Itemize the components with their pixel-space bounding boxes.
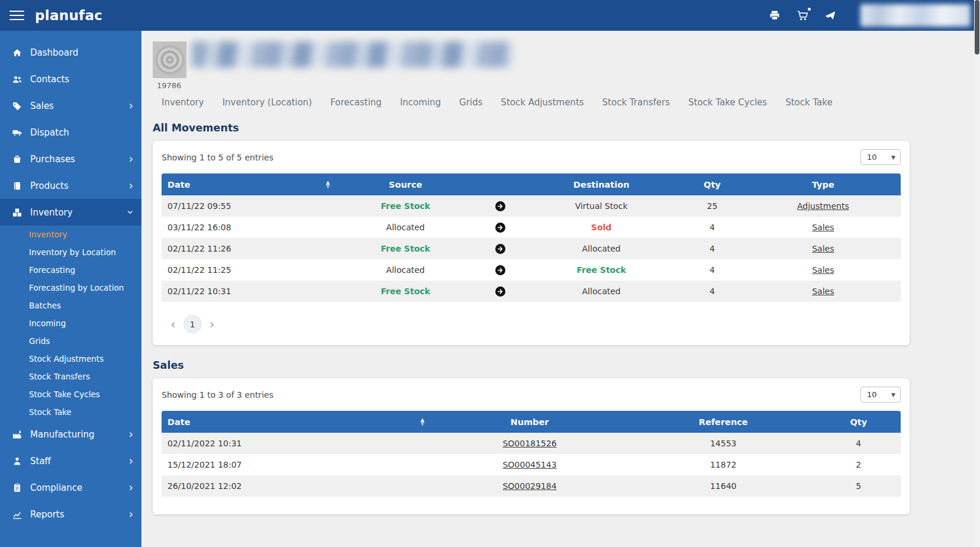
cart-icon[interactable] xyxy=(797,9,808,21)
tab-stock-take-cycles[interactable]: Stock Take Cycles xyxy=(688,97,767,108)
chevron-right-icon: › xyxy=(128,482,133,493)
caret-down-icon: ▼ xyxy=(891,155,895,160)
submenu-item-stock-take-cycles[interactable]: Stock Take Cycles xyxy=(0,385,141,403)
column-header-date[interactable]: Date ▲▼ xyxy=(162,411,429,433)
sidebar-item-label: Reports xyxy=(30,509,65,520)
chevron-right-icon: › xyxy=(128,153,133,165)
main-content: 19786 Inventory Inventory (Location) For… xyxy=(141,31,980,547)
tab-inventory-location[interactable]: Inventory (Location) xyxy=(223,97,312,108)
prev-page-button[interactable]: ‹ xyxy=(170,318,176,331)
sale-reference: 14553 xyxy=(630,433,817,454)
paper-plane-icon[interactable] xyxy=(824,9,836,21)
column-header-date[interactable]: Date ▲▼ xyxy=(162,173,334,195)
printer-icon[interactable] xyxy=(769,9,781,21)
column-header-source[interactable]: Source xyxy=(334,173,476,195)
movement-type[interactable]: Sales xyxy=(746,259,901,281)
submenu-item-stock-adjustments[interactable]: Stock Adjustments xyxy=(0,350,141,368)
arrow-right-circle-icon xyxy=(476,195,524,217)
tab-forecasting[interactable]: Forecasting xyxy=(330,97,382,108)
home-icon xyxy=(11,47,22,58)
movement-qty: 4 xyxy=(679,217,745,238)
submenu-item-stock-transfers[interactable]: Stock Transfers xyxy=(0,368,141,385)
sort-icon[interactable]: ▲▼ xyxy=(421,418,425,426)
sidebar-item-dispatch[interactable]: Dispatch xyxy=(0,119,141,146)
boxes-icon xyxy=(11,207,22,218)
sidebar-item-compliance[interactable]: Compliance › xyxy=(0,474,141,501)
movement-source: Allocated xyxy=(334,217,476,238)
movement-date: 03/11/22 16:08 xyxy=(162,217,334,238)
tab-grids[interactable]: Grids xyxy=(459,97,482,108)
movement-date: 02/11/22 11:26 xyxy=(162,238,334,259)
submenu-item-batches[interactable]: Batches xyxy=(0,297,141,314)
column-header-qty[interactable]: Qty xyxy=(679,173,745,195)
movement-type[interactable]: Sales xyxy=(746,238,901,259)
column-header-type[interactable]: Type xyxy=(746,173,901,195)
tab-bar: Inventory Inventory (Location) Forecasti… xyxy=(153,97,980,108)
movement-source: Free Stock xyxy=(334,281,476,302)
table-row: 26/10/2021 12:02 SO00029184 11640 5 xyxy=(162,475,901,497)
submenu-item-forecasting-by-location[interactable]: Forecasting by Location xyxy=(0,279,141,297)
table-row: 03/11/22 16:08 Allocated Sold 4 Sales xyxy=(162,217,901,238)
movement-type[interactable]: Sales xyxy=(746,281,901,302)
movement-source: Free Stock xyxy=(334,195,476,217)
movement-qty: 4 xyxy=(679,238,745,259)
sidebar-item-sales[interactable]: Sales › xyxy=(0,92,141,119)
submenu-item-inventory-by-location[interactable]: Inventory by Location xyxy=(0,243,141,261)
inventory-submenu: Inventory Inventory by Location Forecast… xyxy=(0,226,141,421)
submenu-item-incoming[interactable]: Incoming xyxy=(0,314,141,332)
movement-date: 02/11/22 10:31 xyxy=(162,281,334,302)
sales-card: Showing 1 to 3 of 3 entries 10 ▼ Date ▲▼… xyxy=(153,378,910,514)
brand-logo[interactable]: planufac xyxy=(35,8,102,23)
submenu-item-inventory[interactable]: Inventory xyxy=(0,226,141,243)
tab-stock-transfers[interactable]: Stock Transfers xyxy=(602,97,670,108)
sort-icon[interactable]: ▲▼ xyxy=(326,181,330,189)
product-image xyxy=(153,41,186,78)
chevron-right-icon: › xyxy=(128,100,133,111)
arrow-right-circle-icon xyxy=(476,281,524,302)
sale-number[interactable]: SO00181526 xyxy=(429,433,630,454)
column-header-qty[interactable]: Qty xyxy=(817,411,901,433)
cart-notification-dot xyxy=(808,8,811,11)
sidebar-item-manufacturing[interactable]: Manufacturing › xyxy=(0,421,141,448)
tab-stock-take[interactable]: Stock Take xyxy=(785,97,833,108)
movement-type[interactable]: Adjustments xyxy=(746,195,901,217)
chevron-right-icon: › xyxy=(128,180,133,191)
sidebar-item-purchases[interactable]: Purchases › xyxy=(0,146,141,172)
tab-inventory[interactable]: Inventory xyxy=(162,97,204,108)
sale-number[interactable]: SO00045143 xyxy=(429,454,630,475)
chart-icon xyxy=(11,509,22,520)
submenu-item-stock-take[interactable]: Stock Take xyxy=(0,403,141,421)
sidebar-item-products[interactable]: Products › xyxy=(0,172,141,199)
movement-type[interactable]: Sales xyxy=(746,217,901,238)
tab-incoming[interactable]: Incoming xyxy=(400,97,441,108)
column-header-reference[interactable]: Reference xyxy=(630,411,817,433)
user-account-blurred[interactable] xyxy=(860,4,971,27)
page-size-select[interactable]: 10 ▼ xyxy=(860,149,901,165)
menu-icon[interactable] xyxy=(9,11,24,21)
sidebar-item-dashboard[interactable]: Dashboard xyxy=(0,39,141,66)
page-1-button[interactable]: 1 xyxy=(183,315,202,333)
movement-date: 02/11/22 11:25 xyxy=(162,259,334,281)
scrollbar-thumb[interactable] xyxy=(975,0,979,54)
submenu-item-forecasting[interactable]: Forecasting xyxy=(0,261,141,279)
movement-qty: 25 xyxy=(679,195,745,217)
sidebar-item-label: Dashboard xyxy=(30,47,78,58)
tab-stock-adjustments[interactable]: Stock Adjustments xyxy=(501,97,584,108)
movement-qty: 4 xyxy=(679,259,745,281)
next-page-button[interactable]: › xyxy=(209,318,215,331)
scrollbar[interactable] xyxy=(974,0,980,547)
movement-destination: Virtual Stock xyxy=(524,195,679,217)
product-code: 19786 xyxy=(157,81,181,90)
sidebar-item-reports[interactable]: Reports › xyxy=(0,501,141,527)
submenu-item-grids[interactable]: Grids xyxy=(0,332,141,350)
table-row: 02/11/22 11:25 Allocated Free Stock 4 Sa… xyxy=(162,259,901,281)
sidebar-item-staff[interactable]: Staff › xyxy=(0,448,141,474)
sale-number[interactable]: SO00029184 xyxy=(429,475,630,497)
sidebar-item-contacts[interactable]: Contacts xyxy=(0,66,141,92)
page-size-select[interactable]: 10 ▼ xyxy=(860,387,901,403)
sidebar-item-inventory[interactable]: Inventory › xyxy=(0,199,141,226)
sale-qty: 4 xyxy=(817,433,901,454)
sale-qty: 5 xyxy=(817,475,901,497)
column-header-number[interactable]: Number xyxy=(429,411,630,433)
column-header-destination[interactable]: Destination xyxy=(524,173,679,195)
